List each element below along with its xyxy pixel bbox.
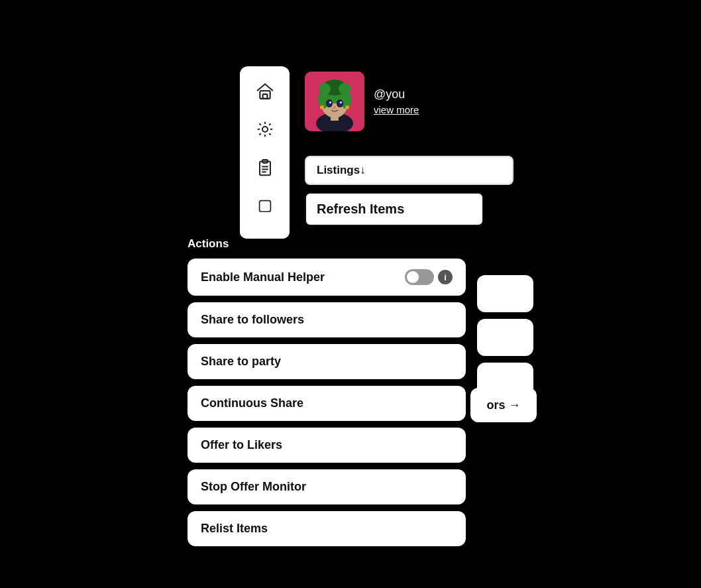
share-to-party-label: Share to party [201,355,281,369]
clipboard-icon[interactable] [252,155,278,180]
svg-point-27 [345,105,349,109]
home-icon[interactable] [252,78,278,103]
right-partial-arrow-panel[interactable]: ors → [470,388,537,422]
refresh-items-button[interactable]: Refresh Items [305,192,484,226]
actions-panel: Enable Manual Helper i Share to follower… [188,259,466,546]
settings-icon[interactable] [252,117,278,142]
avatar [305,72,364,131]
offer-to-likers-label: Offer to Likers [201,438,282,452]
svg-point-25 [339,83,350,95]
share-to-party-button[interactable]: Share to party [188,344,466,379]
svg-point-21 [329,101,331,103]
stop-offer-monitor-button[interactable]: Stop Offer Monitor [188,469,466,504]
share-to-followers-label: Share to followers [201,313,304,327]
svg-point-23 [333,107,336,109]
manual-helper-toggle[interactable] [405,269,434,285]
offer-to-likers-button[interactable]: Offer to Likers [188,428,466,463]
right-partial-panel-2 [477,319,533,356]
svg-point-2 [262,127,268,132]
enable-manual-helper-label: Enable Manual Helper [201,270,325,284]
listings-label: Listings↓ [317,164,366,177]
svg-rect-1 [262,94,267,99]
relist-items-label: Relist Items [201,522,268,536]
continuous-share-label: Continuous Share [201,396,303,410]
relist-items-button[interactable]: Relist Items [188,511,466,546]
profile-area: @you view more [305,72,419,131]
share-to-followers-button[interactable]: Share to followers [188,302,466,337]
toggle-container: i [405,269,453,285]
listings-dropdown[interactable]: Listings↓ [305,156,513,185]
svg-point-26 [320,105,324,109]
profile-username: @you [374,88,419,101]
right-partial-panel-1 [477,275,533,312]
profile-info: @you view more [374,88,419,115]
info-icon[interactable]: i [438,270,453,284]
svg-point-22 [340,101,342,103]
continuous-share-button[interactable]: Continuous Share [188,386,466,421]
profile-viewmore-link[interactable]: view more [374,104,419,115]
sidebar-bottom-item [240,212,290,239]
svg-point-24 [319,83,331,95]
stop-offer-monitor-label: Stop Offer Monitor [201,480,306,494]
enable-manual-helper-button[interactable]: Enable Manual Helper i [188,259,466,296]
svg-rect-8 [259,201,270,212]
right-arrow-label: ors → [486,398,520,412]
actions-section-label: Actions [188,237,229,251]
